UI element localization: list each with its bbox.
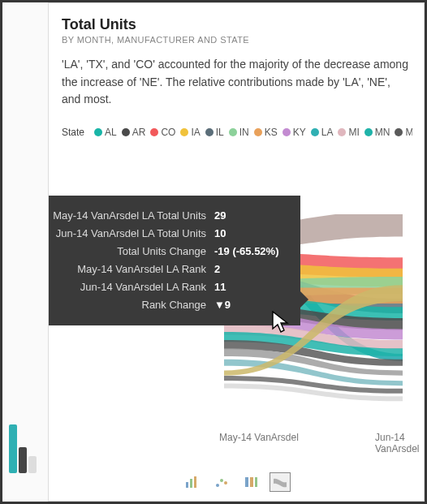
tooltip-row: Rank Change▼9 xyxy=(48,296,287,314)
x-axis-label-right: Jun-14 VanArsdel xyxy=(375,432,424,454)
tooltip-label: Jun-14 VanArsdel LA Rank xyxy=(48,278,214,296)
tooltip-value: ▼9 xyxy=(214,296,231,314)
tooltip-label: Total Units Change xyxy=(48,243,214,261)
tooltip: May-14 VanArsdel LA Total Units29 Jun-14… xyxy=(48,196,300,325)
legend-label: IA xyxy=(191,127,200,138)
legend-item[interactable]: IN xyxy=(229,127,249,138)
legend-swatch xyxy=(395,128,403,136)
svg-rect-0 xyxy=(186,482,188,488)
tooltip-label: May-14 VanArsdel LA Rank xyxy=(48,261,214,278)
legend-item[interactable]: MI xyxy=(338,127,359,138)
svg-rect-1 xyxy=(190,479,192,488)
legend-label: KS xyxy=(265,127,278,138)
tooltip-row: May-14 VanArsdel LA Total Units29 xyxy=(48,207,287,225)
chart-type-bar-icon[interactable] xyxy=(182,472,203,492)
legend-item[interactable]: MN xyxy=(364,127,390,138)
svg-rect-7 xyxy=(250,477,253,487)
svg-rect-8 xyxy=(255,477,257,487)
tooltip-row: Total Units Change-19 (-65.52%) xyxy=(48,243,287,261)
legend-item[interactable]: LA xyxy=(311,127,334,138)
legend-swatch xyxy=(229,128,237,136)
legend-item[interactable]: IA xyxy=(180,127,200,138)
legend-item[interactable]: IL xyxy=(205,127,224,138)
legend-swatch xyxy=(94,128,102,136)
legend-title: State xyxy=(62,127,84,138)
legend-label: MI xyxy=(348,127,359,138)
legend-label: MN xyxy=(375,127,390,138)
visual-card[interactable]: Total Units BY MONTH, MANUFACTURER AND S… xyxy=(48,2,425,502)
tooltip-row: Jun-14 VanArsdel LA Total Units10 xyxy=(48,225,287,243)
legend-label: MO xyxy=(405,127,412,138)
legend-swatch xyxy=(180,128,188,136)
tooltip-row: Jun-14 VanArsdel LA Rank11 xyxy=(48,278,287,296)
gutter-bar xyxy=(19,447,27,473)
chart-type-ribbon-icon[interactable] xyxy=(270,472,291,492)
tooltip-label: Rank Change xyxy=(48,296,214,314)
page-frame: Total Units BY MONTH, MANUFACTURER AND S… xyxy=(0,0,427,504)
legend-swatch xyxy=(283,128,291,136)
svg-rect-6 xyxy=(245,477,248,487)
legend-swatch xyxy=(150,128,158,136)
legend-item[interactable]: AR xyxy=(122,127,146,138)
legend-label: KY xyxy=(293,127,306,138)
visual-subtitle: BY MONTH, MANUFACTURER AND STATE xyxy=(62,35,412,45)
tooltip-row: May-14 VanArsdel LA Rank2 xyxy=(48,261,287,278)
tooltip-label: May-14 VanArsdel LA Total Units xyxy=(48,207,214,225)
tooltip-label: Jun-14 VanArsdel LA Total Units xyxy=(48,225,214,243)
visual-title: Total Units xyxy=(62,16,412,33)
chart-type-column-icon[interactable] xyxy=(240,472,261,492)
legend-swatch xyxy=(122,128,130,136)
svg-rect-2 xyxy=(194,476,196,488)
svg-point-3 xyxy=(216,484,219,487)
legend-item[interactable]: MO xyxy=(395,127,412,138)
legend-label: IL xyxy=(216,127,224,138)
x-axis-label-left: May-14 VanArsdel xyxy=(219,432,299,443)
svg-point-4 xyxy=(220,479,223,482)
tooltip-value: 2 xyxy=(214,261,220,278)
gutter-bar xyxy=(28,456,37,473)
legend-item[interactable]: AL xyxy=(94,127,117,138)
legend-swatch xyxy=(338,128,346,136)
legend-label: IN xyxy=(239,127,249,138)
legend-item[interactable]: CO xyxy=(150,127,175,138)
tooltip-value: 29 xyxy=(214,207,226,225)
legend-swatch xyxy=(254,128,262,136)
left-gutter xyxy=(2,2,48,502)
legend-swatch xyxy=(311,128,319,136)
legend: State AL AR CO IA IL IN KS KY LA MI MN M… xyxy=(62,127,412,138)
legend-label: CO xyxy=(161,127,175,138)
tooltip-value: 10 xyxy=(214,225,226,243)
legend-label: LA xyxy=(321,127,334,138)
legend-item[interactable]: KY xyxy=(283,127,306,138)
legend-label: AL xyxy=(105,127,117,138)
legend-label: AR xyxy=(132,127,146,138)
gutter-bar xyxy=(9,424,17,473)
svg-point-5 xyxy=(224,481,227,485)
chart-type-scatter-icon[interactable] xyxy=(211,472,232,492)
chart-type-switcher xyxy=(49,471,424,493)
tooltip-value: -19 (-65.52%) xyxy=(214,243,278,261)
legend-item[interactable]: KS xyxy=(254,127,278,138)
legend-swatch xyxy=(205,128,214,136)
legend-swatch xyxy=(364,128,373,136)
narrative-text: 'LA', 'TX', and 'CO' accounted for the m… xyxy=(62,56,412,109)
tooltip-value: 11 xyxy=(214,278,226,296)
